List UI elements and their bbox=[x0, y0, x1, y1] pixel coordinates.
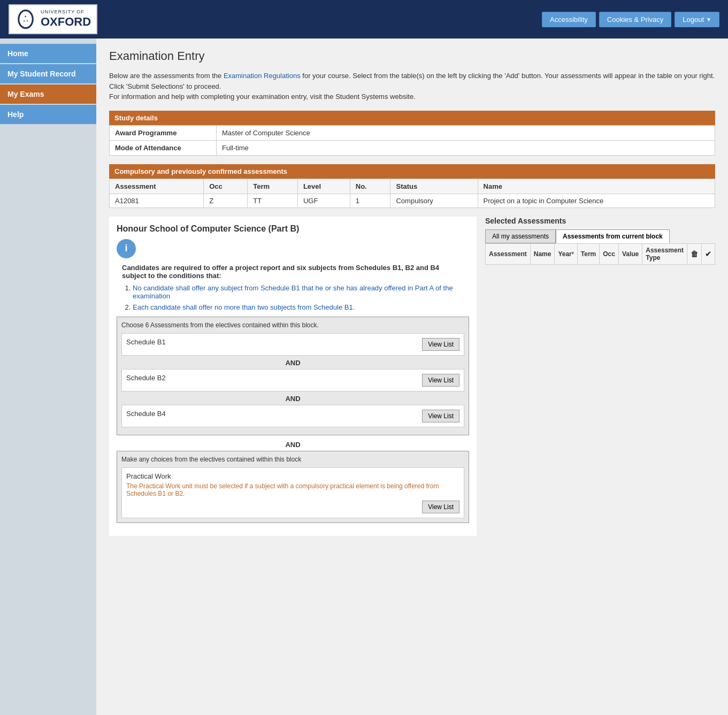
conditions-list: No candidate shall offer any subject fro… bbox=[117, 284, 469, 311]
page-title: Examination Entry bbox=[109, 49, 715, 63]
compulsory-header: Compulsory and previously confirmed asse… bbox=[109, 164, 715, 179]
mode-attendance-value: Full-time bbox=[217, 140, 715, 155]
award-programme-value: Master of Computer Science bbox=[217, 125, 715, 140]
block-1-instruction: Choose 6 Assessments from the electives … bbox=[121, 321, 464, 329]
cookies-privacy-button[interactable]: Cookies & Privacy bbox=[599, 12, 671, 27]
list-item: Each candidate shall offer no more than … bbox=[133, 303, 469, 311]
page-body: Home My Student Record My Exams Help Exa… bbox=[0, 39, 728, 715]
col-assessment-type: Assessment Type bbox=[642, 243, 687, 264]
header: ✦ ✦ ✦ UNIVERSITY OF OXFORD Accessibility… bbox=[0, 0, 728, 39]
study-details-header: Study details bbox=[109, 111, 715, 125]
intro-line2: For information and help with completing… bbox=[109, 91, 715, 102]
view-list-b1-button[interactable]: View List bbox=[422, 338, 459, 351]
oxford-shield-icon: ✦ ✦ ✦ bbox=[15, 9, 36, 30]
view-list-b2-button[interactable]: View List bbox=[422, 374, 459, 387]
svg-text:✦ ✦: ✦ ✦ bbox=[23, 20, 28, 22]
col-assessment: Assessment bbox=[486, 243, 531, 264]
logout-caret-icon: ▼ bbox=[706, 17, 711, 22]
honour-school-block: Honour School of Computer Science (Part … bbox=[109, 217, 477, 536]
honour-school-title: Honour School of Computer Science (Part … bbox=[117, 224, 469, 234]
col-name: Name bbox=[530, 243, 555, 264]
selected-assessments-title: Selected Assessments bbox=[485, 217, 715, 225]
schedule-b2-label: Schedule B2 bbox=[126, 374, 166, 382]
right-panel: Selected Assessments All my assessments … bbox=[485, 217, 715, 542]
schedule-b4-label: Schedule B4 bbox=[126, 410, 166, 418]
lower-section: Honour School of Computer Science (Part … bbox=[109, 217, 715, 542]
list-item: No candidate shall offer any subject fro… bbox=[133, 284, 469, 300]
col-term: Term bbox=[248, 179, 298, 194]
main-content: Examination Entry Below are the assessme… bbox=[96, 39, 728, 715]
block-1-box: Choose 6 Assessments from the electives … bbox=[117, 317, 469, 435]
practical-desc: The Practical Work unit must be selected… bbox=[126, 482, 459, 497]
cell-level: UGF bbox=[297, 194, 350, 207]
col-occ: Occ bbox=[600, 243, 619, 264]
selected-assessments-table: Assessment Name Year² Term Occ Value Ass… bbox=[485, 243, 715, 265]
and-label-2: AND bbox=[121, 395, 464, 403]
col-level: Level bbox=[297, 179, 350, 194]
cell-occ: Z bbox=[204, 194, 248, 207]
schedule-b2-box: Schedule B2 View List bbox=[121, 369, 464, 391]
col-confirm: ✔ bbox=[702, 243, 715, 264]
col-status: Status bbox=[390, 179, 478, 194]
svg-point-1 bbox=[19, 11, 32, 27]
col-value: Value bbox=[618, 243, 642, 264]
schedule-b1-box: Schedule B1 View List bbox=[121, 333, 464, 356]
trash-icon: 🗑 bbox=[691, 250, 698, 258]
tab-current-block[interactable]: Assessments from current block bbox=[556, 229, 670, 243]
col-delete: 🗑 bbox=[687, 243, 702, 264]
accessibility-button[interactable]: Accessibility bbox=[542, 12, 596, 27]
cell-assessment: A12081 bbox=[110, 194, 204, 207]
compulsory-section: Compulsory and previously confirmed asse… bbox=[109, 164, 715, 208]
info-icon: i bbox=[117, 239, 136, 258]
left-panel: Honour School of Computer Science (Part … bbox=[109, 217, 477, 542]
logout-button[interactable]: Logout ▼ bbox=[675, 12, 719, 27]
mode-attendance-label: Mode of Attendance bbox=[110, 140, 217, 155]
schedule-b4-box: Schedule B4 View List bbox=[121, 405, 464, 427]
sidebar: Home My Student Record My Exams Help bbox=[0, 39, 96, 715]
exam-regs-link[interactable]: Examination Regulations bbox=[224, 72, 301, 80]
col-year: Year² bbox=[555, 243, 577, 264]
col-assessment: Assessment bbox=[110, 179, 204, 194]
tabs-row: All my assessments Assessments from curr… bbox=[485, 229, 715, 243]
selected-table-header: Assessment Name Year² Term Occ Value Ass… bbox=[486, 243, 715, 264]
view-list-b4-button[interactable]: View List bbox=[422, 410, 459, 422]
and-label-1: AND bbox=[121, 359, 464, 367]
svg-text:✦: ✦ bbox=[25, 15, 27, 18]
study-details-section: Study details Award Programme Master of … bbox=[109, 111, 715, 156]
header-buttons: Accessibility Cookies & Privacy Logout ▼ bbox=[542, 12, 719, 27]
university-label: UNIVERSITY OF bbox=[41, 9, 91, 15]
cell-no: 1 bbox=[350, 194, 390, 207]
practical-work-item: Practical Work The Practical Work unit m… bbox=[121, 467, 464, 518]
table-row: Mode of Attendance Full-time bbox=[110, 140, 715, 155]
block-2-box: Make any choices from the electives cont… bbox=[117, 451, 469, 523]
compulsory-table: Assessment Occ Term Level No. Status Nam… bbox=[109, 179, 715, 208]
award-programme-label: Award Programme bbox=[110, 125, 217, 140]
and-label-3: AND bbox=[117, 441, 469, 449]
block-2-instruction: Make any choices from the electives cont… bbox=[121, 456, 464, 463]
tab-all-assessments[interactable]: All my assessments bbox=[485, 229, 556, 243]
sidebar-item-help[interactable]: Help bbox=[0, 105, 96, 124]
cell-status: Compulsory bbox=[390, 194, 478, 207]
cell-name: Project on a topic in Computer Science bbox=[478, 194, 715, 207]
table-row: A12081 Z TT UGF 1 Compulsory Project on … bbox=[110, 194, 715, 207]
sidebar-item-my-exams[interactable]: My Exams bbox=[0, 84, 96, 104]
view-list-practical-button[interactable]: View List bbox=[422, 501, 459, 513]
practical-title: Practical Work bbox=[126, 472, 459, 480]
sidebar-item-home[interactable]: Home bbox=[0, 44, 96, 63]
col-term: Term bbox=[577, 243, 599, 264]
table-row: Award Programme Master of Computer Scien… bbox=[110, 125, 715, 140]
intro-text: Below are the assessments from the Exami… bbox=[109, 71, 715, 102]
cell-term: TT bbox=[248, 194, 298, 207]
logo: ✦ ✦ ✦ UNIVERSITY OF OXFORD bbox=[9, 4, 97, 34]
logo-text: UNIVERSITY OF OXFORD bbox=[41, 9, 91, 29]
oxford-label: OXFORD bbox=[41, 15, 91, 29]
table-header-row: Assessment Occ Term Level No. Status Nam… bbox=[110, 179, 715, 194]
sidebar-item-my-student-record[interactable]: My Student Record bbox=[0, 64, 96, 83]
col-occ: Occ bbox=[204, 179, 248, 194]
check-icon: ✔ bbox=[705, 250, 711, 258]
schedule-b1-label: Schedule B1 bbox=[126, 338, 166, 346]
col-name: Name bbox=[478, 179, 715, 194]
col-no: No. bbox=[350, 179, 390, 194]
conditions-text: Candidates are required to offer a proje… bbox=[117, 264, 469, 280]
study-details-table: Award Programme Master of Computer Scien… bbox=[109, 125, 715, 156]
